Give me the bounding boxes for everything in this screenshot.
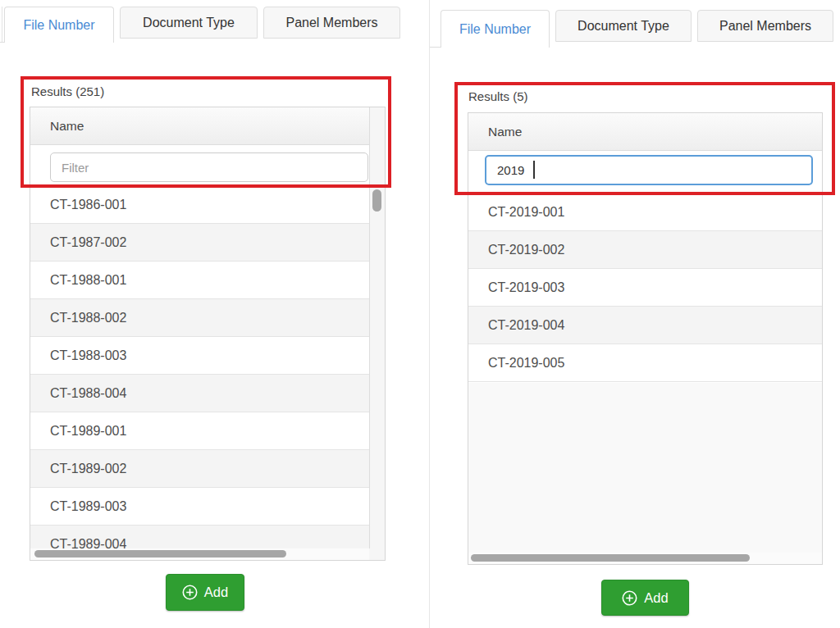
table-row[interactable]: CT-2019-004 (468, 307, 822, 344)
dual-picker-screen: File Number Document Type Panel Members … (0, 0, 840, 628)
scrollbar-corner (369, 548, 385, 560)
table-row[interactable]: CT-1987-002 (30, 224, 369, 262)
filter-row (468, 151, 822, 193)
results-count-label: Results (251) (31, 84, 104, 98)
tab-bar-edge (2, 7, 2, 42)
horizontal-scrollbar[interactable] (30, 548, 369, 560)
table-row[interactable]: CT-2019-005 (468, 344, 822, 382)
table-row[interactable]: CT-1988-003 (30, 337, 369, 375)
table-row[interactable]: CT-2019-002 (468, 231, 822, 269)
horizontal-scrollbar-thumb[interactable] (34, 550, 286, 557)
tab-bar: File Number Document Type Panel Members (4, 7, 400, 43)
tab-document-type[interactable]: Document Type (555, 10, 692, 42)
tab-bar: File Number Document Type Panel Members (441, 10, 833, 48)
table-row[interactable]: CT-1988-002 (30, 299, 369, 337)
plus-circle-icon (622, 590, 637, 606)
table-row[interactable]: CT-1989-001 (30, 412, 369, 450)
vertical-scrollbar-thumb[interactable] (372, 189, 381, 212)
add-button-label: Add (204, 585, 228, 600)
table-row[interactable]: CT-2019-003 (468, 269, 822, 307)
tab-bar-baseline (430, 47, 441, 48)
table-row[interactable]: CT-1989-003 (30, 488, 369, 526)
results-table: Name CT-2019-001CT-2019-002CT-2019-003CT… (468, 112, 823, 565)
table-row[interactable]: CT-1989-002 (30, 450, 369, 488)
tab-label: Document Type (143, 16, 235, 30)
add-button-label: Add (644, 590, 668, 606)
plus-circle-icon (182, 585, 198, 600)
tab-panel-members[interactable]: Panel Members (263, 7, 400, 39)
panel-file-number-left: File Number Document Type Panel Members … (0, 0, 429, 628)
table-row[interactable]: CT-2019-001 (468, 193, 822, 231)
table-row[interactable]: CT-1989-004 (30, 526, 369, 548)
tab-label: File Number (23, 18, 94, 33)
filter-input[interactable] (50, 152, 368, 182)
column-header-name: Name (30, 107, 369, 145)
panel-file-number-right: File Number Document Type Panel Members … (429, 0, 840, 628)
add-button[interactable]: Add (166, 574, 244, 611)
table-row[interactable]: CT-1988-004 (30, 375, 369, 412)
tab-panel-members[interactable]: Panel Members (697, 10, 833, 42)
column-header-label: Name (488, 125, 522, 139)
column-header-label: Name (50, 119, 84, 134)
filter-row (30, 145, 369, 186)
table-row[interactable]: CT-1988-001 (30, 262, 369, 299)
tab-file-number[interactable]: File Number (4, 7, 114, 43)
tab-label: File Number (459, 22, 531, 37)
results-table: Name CT-1986-001CT-1987-002CT-1988-001CT… (30, 107, 386, 561)
tab-label: Panel Members (719, 19, 811, 34)
horizontal-scrollbar-thumb[interactable] (471, 554, 750, 562)
results-list: CT-1986-001CT-1987-002CT-1988-001CT-1988… (30, 186, 369, 548)
tab-label: Document Type (578, 19, 669, 34)
add-button[interactable]: Add (601, 580, 689, 616)
column-header-name: Name (468, 113, 822, 151)
results-count-label: Results (5) (468, 89, 528, 103)
horizontal-scrollbar[interactable] (468, 553, 822, 564)
empty-list-area (468, 383, 822, 553)
table-row[interactable]: CT-1986-001 (30, 186, 369, 224)
tab-label: Panel Members (285, 16, 377, 30)
text-caret (533, 161, 535, 179)
tab-document-type[interactable]: Document Type (120, 7, 258, 39)
vertical-scrollbar[interactable] (369, 107, 385, 548)
tab-file-number[interactable]: File Number (441, 10, 550, 48)
